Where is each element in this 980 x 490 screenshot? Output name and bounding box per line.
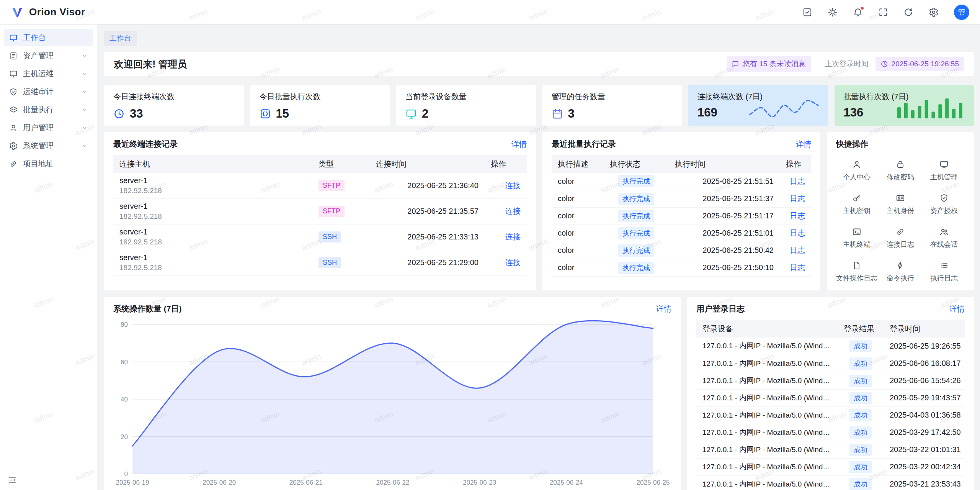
system-ops-panel: 系统操作数量 (7日) 详情 0204060802025-06-192025-0… [104,297,681,490]
login-device: 127.0.0.1 - 内网IP - Mozilla/5.0 (Windows … [696,475,838,490]
connect-time: 2025-06-25 21:35:57 [370,198,485,224]
quick-action-label: 文件操作日志 [836,274,877,283]
sidebar-item-workbench[interactable]: 工作台 [4,29,93,46]
tasks-icon[interactable] [802,7,812,17]
connections-detail-link[interactable]: 详情 [511,139,527,149]
execution-row: color执行完成2025-06-25 21:50:10日志 [552,259,811,276]
login-time: 2025-04-03 01:36:58 [884,406,965,424]
login-device: 127.0.0.1 - 内网IP - Mozilla/5.0 (Windows … [696,372,838,389]
panel-title: 系统操作数量 (7日) [113,303,182,314]
quick-action-terminal[interactable]: 主机终端 [836,227,877,249]
svg-text:2025-06-22: 2025-06-22 [376,479,410,486]
settings-icon[interactable] [929,7,939,17]
users-icon [939,227,949,236]
fullscreen-icon[interactable] [878,7,888,17]
clock-icon [113,108,125,120]
quick-action-user[interactable]: 个人中心 [836,160,877,182]
log-link[interactable]: 日志 [790,177,805,185]
login-time: 2025-03-29 17:42:50 [884,424,965,441]
executions-table: 执行描述执行状态执行时间操作color执行完成2025-06-25 21:51:… [552,155,811,277]
message-icon [732,60,739,68]
welcome-banner: 欢迎回来! 管理员 您有 15 条未读消息 上次登录时间 2025-06-25 … [104,52,974,76]
execution-desc: color [552,207,604,225]
desktop-icon [9,34,18,42]
quick-action-key[interactable]: 主机密钥 [836,193,877,215]
unread-messages-text: 您有 15 条未读消息 [743,59,806,69]
connect-link[interactable]: 连接 [505,258,521,267]
column-header: 连接时间 [370,155,485,173]
sidebar-item-project-link[interactable]: 项目地址 [4,155,93,172]
login-time: 2025-03-21 23:53:43 [884,475,965,490]
sidebar-item-batch-exec[interactable]: 批量执行 [4,101,93,118]
lightning-icon [896,261,905,270]
connection-row: server-1182.92.5.218SFTP2025-06-25 21:35… [113,198,527,224]
login-log-row: 127.0.0.1 - 内网IP - Mozilla/5.0 (Windows … [696,441,965,458]
list-icon [939,261,949,270]
connect-link[interactable]: 连接 [505,207,521,215]
log-link[interactable]: 日志 [790,246,805,254]
connect-link[interactable]: 连接 [505,181,521,190]
quick-action-idcard[interactable]: 主机身份 [880,193,921,215]
notifications-icon[interactable] [853,7,863,17]
login-log-row: 127.0.0.1 - 内网IP - Mozilla/5.0 (Windows … [696,424,965,441]
user-avatar[interactable]: 管 [954,5,969,20]
unread-messages-badge[interactable]: 您有 15 条未读消息 [727,56,811,72]
login-result-badge: 成功 [849,478,872,490]
host-name: server-1 [119,201,306,211]
login-device: 127.0.0.1 - 内网IP - Mozilla/5.0 (Windows … [696,406,838,424]
breadcrumb-item-workbench[interactable]: 工作台 [104,31,137,46]
theme-icon[interactable] [828,7,838,17]
quick-action-file[interactable]: 文件操作日志 [836,261,877,283]
login-result-badge: 成功 [849,426,872,439]
last-login-time-badge: 2025-06-25 19:26:55 [875,57,964,71]
welcome-title: 欢迎回来! 管理员 [114,58,187,70]
quick-action-label: 连接日志 [887,240,914,249]
chevron-down-icon [82,143,88,149]
connect-time: 2025-06-25 21:29:00 [370,250,485,275]
stat-value: 15 [276,107,289,121]
log-link[interactable]: 日志 [790,194,805,203]
recent-connections-panel: 最近终端连接记录 详情 连接主机类型连接时间操作server-1182.92.5… [104,132,536,290]
sidebar-item-assets[interactable]: 资产管理 [4,47,93,64]
connect-link[interactable]: 连接 [505,233,521,241]
system-ops-chart: 0204060802025-06-192025-06-202025-06-212… [113,320,671,488]
host-name: server-1 [119,252,306,263]
log-link[interactable]: 日志 [790,229,805,237]
svg-text:2025-06-21: 2025-06-21 [289,479,323,486]
login-time: 2025-05-29 19:43:57 [884,389,965,406]
execution-time: 2025-06-25 21:51:37 [669,190,780,207]
svg-text:40: 40 [121,396,128,403]
sidebar-item-user-mgmt[interactable]: 用户管理 [4,119,93,136]
stat-card-today-connections: 今日连接终端次数 33 [104,85,244,126]
quick-action-lock[interactable]: 修改密码 [880,160,921,182]
log-link[interactable]: 日志 [790,263,805,272]
sidebar-item-host-ops[interactable]: 主机运维 [4,65,93,82]
quick-action-shield[interactable]: 资产授权 [923,193,965,215]
execution-time: 2025-06-25 21:51:17 [669,207,780,225]
refresh-icon[interactable] [903,7,913,17]
idcard-icon [896,193,905,203]
quick-action-label: 主机密钥 [843,206,871,215]
quick-action-link[interactable]: 连接日志 [880,227,921,249]
login-logs-table: 登录设备登录结果登录时间127.0.0.1 - 内网IP - Mozilla/5… [696,320,965,490]
collapse-sidebar-icon[interactable] [8,475,17,485]
system-ops-detail-link[interactable]: 详情 [656,304,671,314]
connection-row: server-1182.92.5.218SFTP2025-06-25 21:36… [113,173,527,198]
sidebar-item-audit[interactable]: 运维审计 [4,83,93,100]
executions-detail-link[interactable]: 详情 [796,139,811,149]
log-link[interactable]: 日志 [790,211,805,220]
execution-row: color执行完成2025-06-25 21:50:42日志 [552,242,811,259]
quick-action-monitor[interactable]: 主机管理 [923,160,965,182]
login-result-badge: 成功 [849,392,872,404]
quick-action-lightning[interactable]: 命令执行 [880,261,921,283]
connection-row: server-1182.92.5.218SSH2025-06-25 21:33:… [113,224,527,250]
monitor-icon [405,108,417,120]
login-logs-detail-link[interactable]: 详情 [949,304,965,314]
quick-action-users[interactable]: 在线会话 [923,227,965,249]
clock-icon [880,60,888,68]
layers-icon [9,106,18,114]
svg-text:2025-06-23: 2025-06-23 [463,479,496,486]
quick-action-list[interactable]: 执行日志 [923,261,965,283]
sidebar-item-system-mgmt[interactable]: 系统管理 [4,137,93,154]
login-log-row: 127.0.0.1 - 内网IP - Mozilla/5.0 (Windows … [696,406,965,424]
